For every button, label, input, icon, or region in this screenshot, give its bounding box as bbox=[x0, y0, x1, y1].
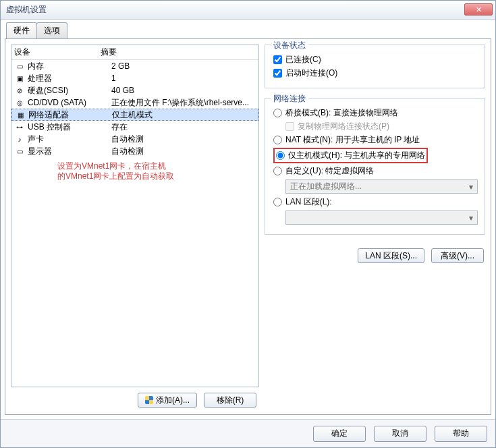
device-list: 设备 摘要 ▭内存2 GB▣处理器1⊘硬盘(SCSI)40 GB◎CD/DVD … bbox=[11, 45, 259, 387]
device-icon: ▦ bbox=[15, 111, 26, 119]
device-row[interactable]: ◎CD/DVD (SATA)正在使用文件 F:\操作系统\rhel-serve.… bbox=[11, 96, 258, 109]
device-row[interactable]: ▣处理器1 bbox=[11, 72, 258, 84]
device-row[interactable]: ▭显示器自动检测 bbox=[11, 145, 258, 157]
device-icon: ▭ bbox=[14, 63, 25, 70]
device-name: 内存 bbox=[28, 61, 111, 72]
chk-connected[interactable]: 已连接(C) bbox=[273, 54, 478, 65]
highlighted-option: 仅主机模式(H): 与主机共享的专用网络 bbox=[273, 148, 428, 163]
left-pane: 设备 摘要 ▭内存2 GB▣处理器1⊘硬盘(SCSI)40 GB◎CD/DVD … bbox=[11, 45, 259, 409]
device-status-group: 设备状态 已连接(C) 启动时连接(O) bbox=[265, 45, 485, 88]
tab-hardware[interactable]: 硬件 bbox=[6, 22, 37, 38]
device-icon: ⊘ bbox=[14, 87, 25, 94]
device-summary: 存在 bbox=[111, 121, 256, 133]
left-button-row: 添加(A)... 移除(R) bbox=[11, 387, 259, 409]
col-device: 设备 bbox=[14, 47, 101, 58]
device-row[interactable]: ▭内存2 GB bbox=[11, 60, 258, 72]
remove-button[interactable]: 移除(R) bbox=[204, 393, 256, 408]
chk-connect-on-start[interactable]: 启动时连接(O) bbox=[273, 67, 478, 79]
col-summary: 摘要 bbox=[101, 47, 117, 58]
device-name: 处理器 bbox=[28, 73, 111, 84]
right-pane: 设备状态 已连接(C) 启动时连接(O) 网络连接 桥接模式(B): 直接连接物… bbox=[265, 45, 485, 409]
device-summary: 自动检测 bbox=[111, 134, 256, 145]
network-connection-group: 网络连接 桥接模式(B): 直接连接物理网络 复制物理网络连接状态(P) NAT… bbox=[265, 98, 485, 235]
device-name: 声卡 bbox=[28, 134, 111, 145]
device-row[interactable]: ▦网络适配器仅主机模式 bbox=[11, 109, 258, 121]
ok-button[interactable]: 确定 bbox=[313, 426, 366, 442]
device-row[interactable]: ♪声卡自动检测 bbox=[11, 133, 258, 145]
advanced-button[interactable]: 高级(V)... bbox=[431, 248, 484, 263]
net-legend: 网络连接 bbox=[271, 93, 308, 105]
dialog-footer: 确定 取消 帮助 bbox=[1, 419, 495, 447]
annotation: 设置为VMnet1网卡，在宿主机 的VMnet1网卡上配置为自动获取 bbox=[11, 157, 258, 181]
device-icon: ♪ bbox=[14, 136, 25, 143]
titlebar[interactable]: 虚拟机设置 ✕ bbox=[1, 1, 495, 20]
device-name: 硬盘(SCSI) bbox=[28, 85, 111, 96]
close-button[interactable]: ✕ bbox=[464, 3, 493, 16]
device-summary: 仅主机模式 bbox=[112, 109, 255, 121]
status-legend: 设备状态 bbox=[271, 40, 308, 51]
content-area: 硬件 选项 设备 摘要 ▭内存2 GB▣处理器1⊘硬盘(SCSI)40 GB◎C… bbox=[1, 20, 495, 419]
device-icon: ◎ bbox=[14, 99, 25, 107]
radio-hostonly[interactable]: 仅主机模式(H): 与主机共享的专用网络 bbox=[276, 150, 425, 161]
lan-segment-select[interactable]: ▾ bbox=[285, 211, 478, 225]
device-summary: 自动检测 bbox=[111, 146, 256, 157]
radio-custom[interactable]: 自定义(U): 特定虚拟网络 bbox=[273, 165, 478, 177]
window-title: 虚拟机设置 bbox=[6, 4, 47, 16]
chk-replicate: 复制物理网络连接状态(P) bbox=[285, 121, 478, 132]
radio-lan-segment[interactable]: LAN 区段(L): bbox=[273, 196, 478, 208]
tab-page: 设备 摘要 ▭内存2 GB▣处理器1⊘硬盘(SCSI)40 GB◎CD/DVD … bbox=[5, 38, 491, 415]
device-summary: 1 bbox=[111, 74, 256, 83]
device-name: CD/DVD (SATA) bbox=[28, 98, 111, 107]
device-summary: 正在使用文件 F:\操作系统\rhel-serve... bbox=[111, 97, 256, 109]
device-summary: 2 GB bbox=[111, 61, 256, 71]
tab-strip: 硬件 选项 bbox=[5, 22, 491, 38]
tab-options[interactable]: 选项 bbox=[36, 22, 67, 38]
device-icon: ⊶ bbox=[14, 123, 25, 131]
device-list-header: 设备 摘要 bbox=[11, 45, 258, 60]
lan-segments-button[interactable]: LAN 区段(S)... bbox=[358, 248, 424, 263]
device-icon: ▣ bbox=[14, 75, 25, 82]
add-button[interactable]: 添加(A)... bbox=[138, 393, 197, 408]
device-summary: 40 GB bbox=[111, 86, 256, 95]
device-name: 显示器 bbox=[28, 146, 111, 157]
device-icon: ▭ bbox=[14, 148, 25, 155]
cancel-button[interactable]: 取消 bbox=[374, 426, 426, 442]
radio-bridged[interactable]: 桥接模式(B): 直接连接物理网络 bbox=[273, 107, 478, 119]
dialog-window: 虚拟机设置 ✕ 硬件 选项 设备 摘要 ▭内存2 GB▣处理器1⊘硬盘(SCSI… bbox=[0, 0, 496, 448]
device-row[interactable]: ⊘硬盘(SCSI)40 GB bbox=[11, 84, 258, 96]
chevron-down-icon: ▾ bbox=[469, 182, 473, 192]
right-button-row: LAN 区段(S)... 高级(V)... bbox=[265, 244, 485, 263]
device-row[interactable]: ⊶USB 控制器存在 bbox=[11, 121, 258, 133]
shield-icon bbox=[145, 396, 153, 404]
help-button[interactable]: 帮助 bbox=[435, 426, 487, 442]
device-name: USB 控制器 bbox=[28, 121, 111, 133]
radio-nat[interactable]: NAT 模式(N): 用于共享主机的 IP 地址 bbox=[273, 134, 478, 146]
device-name: 网络适配器 bbox=[28, 109, 112, 121]
chevron-down-icon: ▾ bbox=[469, 213, 473, 223]
custom-network-select[interactable]: 正在加载虚拟网络...▾ bbox=[285, 179, 478, 194]
